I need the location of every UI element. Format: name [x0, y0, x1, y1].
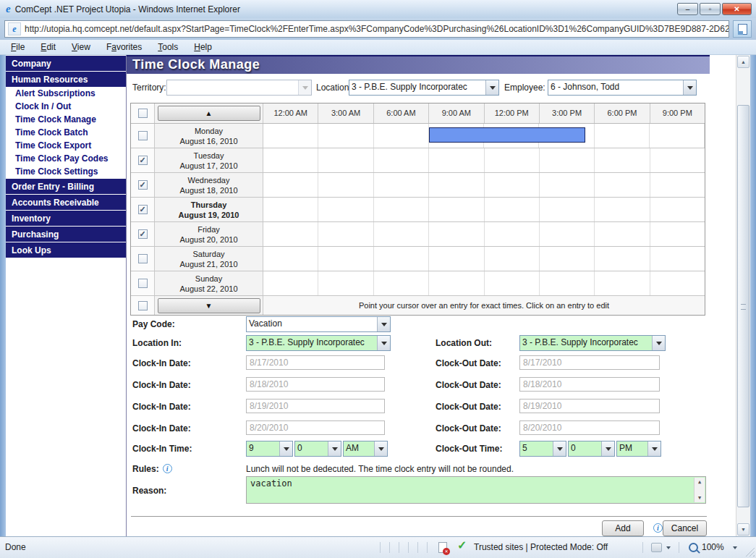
footer-checkbox[interactable]: [138, 301, 148, 310]
reason-textarea[interactable]: vacation ▲ ▼: [246, 476, 706, 504]
menu-tools[interactable]: Tools: [150, 41, 186, 54]
grid-time-headers: 12:00 AM3:00 AM6:00 AM9:00 AM12:00 PM3:0…: [263, 103, 705, 123]
filter-bar: Territory: Location: 3 - P.B.E. Supply I…: [127, 78, 710, 100]
clock-out-date-input[interactable]: 8/19/2010: [519, 399, 660, 413]
time-column: [650, 247, 705, 271]
time-column: [595, 124, 650, 148]
dropdown-arrow-icon: [553, 441, 566, 456]
time-header-12-00-am: 12:00 AM: [263, 103, 318, 123]
location-out-select[interactable]: 3 - P.B.E. Supply Incorporatec: [519, 335, 666, 351]
row-checkbox-monday[interactable]: [138, 131, 148, 140]
url-input[interactable]: e http://utopia.hq.comcept.net/default.a…: [4, 20, 729, 38]
blocked-content-icon[interactable]: [438, 542, 447, 553]
row-checkbox-wednesday[interactable]: ✓: [138, 180, 148, 190]
menu-help[interactable]: Help: [186, 41, 220, 54]
clock-in-date-input[interactable]: 8/17/2010: [246, 355, 385, 370]
add-button[interactable]: Add: [602, 520, 644, 536]
zoom-level[interactable]: 100%: [702, 537, 724, 558]
minimize-button[interactable]: –: [677, 3, 698, 15]
menu-file[interactable]: File: [3, 41, 33, 54]
statusbar-separator: [679, 542, 679, 553]
reason-scrollbar[interactable]: ▲ ▼: [694, 478, 705, 502]
sidebar-item-alert-subscriptions[interactable]: Alert Subscriptions: [6, 87, 126, 100]
time-column: [374, 247, 429, 271]
scrollbar-thumb[interactable]: [737, 105, 749, 507]
sidebar-item-time-clock-settings[interactable]: Time Clock Settings: [6, 165, 126, 178]
clock-out-hour-select[interactable]: 5: [519, 441, 566, 457]
time-column: [318, 148, 373, 172]
clock-out-date-input[interactable]: 8/20/2010: [519, 420, 660, 435]
location-in-select[interactable]: 3 - P.B.E. Supply Incorporatec: [246, 335, 391, 351]
scroll-down-button[interactable]: ▼: [158, 298, 260, 313]
vertical-scrollbar[interactable]: ▲ ▼: [736, 55, 750, 536]
sidebar-item-company[interactable]: Company: [6, 56, 126, 71]
sidebar-item-look-ups[interactable]: Look Ups: [6, 242, 126, 258]
compatibility-view-button[interactable]: [733, 20, 752, 38]
clock-out-date-label: Clock-Out Date:: [436, 355, 501, 372]
clock-out-date-label: Clock-Out Date:: [436, 420, 501, 437]
menu-favorites[interactable]: Favorites: [98, 41, 150, 54]
clock-in-hour-select[interactable]: 9: [246, 441, 293, 457]
scrollbar-up-button[interactable]: ▲: [737, 56, 749, 68]
scroll-up-button[interactable]: ▲: [158, 106, 260, 121]
statusbar-separator: [408, 542, 409, 553]
sidebar-item-accounts-receivable[interactable]: Accounts Receivable: [6, 195, 126, 210]
privacy-dropdown-icon[interactable]: [666, 546, 671, 551]
territory-select[interactable]: [166, 80, 312, 96]
privacy-icon[interactable]: [651, 543, 662, 552]
menu-view[interactable]: View: [64, 41, 98, 54]
sidebar-item-order-entry-billing[interactable]: Order Entry - Billing: [6, 179, 126, 194]
sidebar-item-human-resources[interactable]: Human Resources: [6, 72, 126, 87]
sidebar-item-inventory[interactable]: Inventory: [6, 211, 126, 226]
row-checkbox-thursday[interactable]: ✓: [138, 205, 148, 214]
header-checkbox[interactable]: [138, 109, 148, 118]
location-select[interactable]: 3 - P.B.E. Supply Incorporatec: [349, 80, 499, 96]
scrollbar-down-button[interactable]: ▼: [737, 523, 749, 536]
sidebar-item-time-clock-manage[interactable]: Time Clock Manage: [6, 113, 126, 126]
location-in-label: Location In:: [132, 334, 182, 352]
employee-select[interactable]: 6 - Johnson, Todd: [548, 80, 697, 96]
time-entry-bar[interactable]: [429, 127, 585, 143]
sidebar-item-clock-in-out[interactable]: Clock In / Out: [6, 100, 126, 113]
time-column: [318, 222, 373, 246]
time-column: [263, 124, 318, 148]
security-zone-text[interactable]: Trusted sites | Protected Mode: Off: [474, 537, 608, 558]
row-checkbox-friday[interactable]: ✓: [138, 229, 148, 239]
dropdown-arrow-icon: [601, 441, 614, 456]
zoom-dropdown-icon[interactable]: [733, 546, 737, 551]
clock-in-date-input[interactable]: 8/18/2010: [246, 377, 385, 392]
resize-grip[interactable]: [745, 547, 755, 557]
zoom-magnifier-icon[interactable]: [689, 543, 698, 552]
clock-out-minute-select[interactable]: 0: [568, 441, 615, 457]
clock-out-date-input[interactable]: 8/17/2010: [519, 355, 660, 370]
close-button[interactable]: ✕: [722, 3, 752, 15]
cancel-button[interactable]: Cancel: [663, 520, 707, 536]
clock-in-date-input[interactable]: 8/20/2010: [246, 420, 385, 435]
time-column: [540, 247, 595, 271]
row-checkbox-sunday[interactable]: [138, 279, 148, 288]
clock-in-minute-select[interactable]: 0: [294, 441, 341, 457]
sidebar-item-time-clock-pay-codes[interactable]: Time Clock Pay Codes: [6, 152, 126, 165]
day-cell-friday: FridayAugust 20, 2010: [155, 222, 263, 246]
add-info-icon[interactable]: i: [653, 523, 663, 533]
info-icon[interactable]: i: [163, 464, 172, 473]
clock-out-date-input[interactable]: 8/18/2010: [519, 377, 660, 392]
clock-out-ampm-select[interactable]: PM: [616, 441, 661, 457]
menu-edit[interactable]: Edit: [33, 41, 64, 54]
reason-label: Reason:: [132, 476, 166, 505]
sidebar-item-purchasing[interactable]: Purchasing: [6, 227, 126, 242]
time-column: [429, 222, 484, 246]
row-checkbox-saturday[interactable]: [138, 254, 148, 263]
row-checkbox-tuesday[interactable]: ✓: [138, 156, 148, 165]
row-select-cell: [131, 124, 155, 148]
sidebar-item-time-clock-batch[interactable]: Time Clock Batch: [6, 126, 126, 139]
sidebar-item-time-clock-export[interactable]: Time Clock Export: [6, 139, 126, 152]
grid-row-tuesday: ✓TuesdayAugust 17, 2010: [131, 148, 705, 173]
time-row: Clock-In Time: 9 0 AM Clock-Out Time: 5: [127, 440, 710, 457]
address-bar: e http://utopia.hq.comcept.net/default.a…: [0, 18, 756, 40]
pay-code-select[interactable]: Vacation: [246, 316, 391, 332]
time-column: [429, 271, 484, 295]
clock-in-date-input[interactable]: 8/19/2010: [246, 399, 385, 413]
maximize-button[interactable]: ▫: [700, 3, 721, 15]
clock-in-ampm-select[interactable]: AM: [343, 441, 388, 457]
